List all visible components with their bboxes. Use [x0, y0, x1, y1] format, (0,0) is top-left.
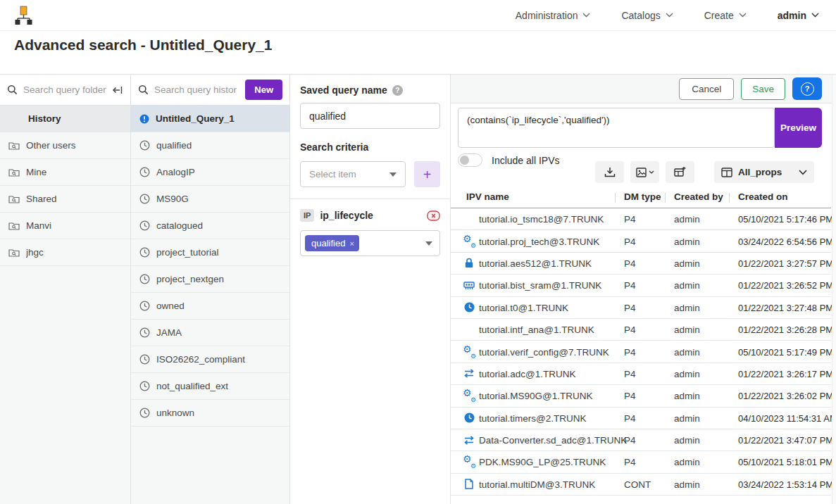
nav-administration[interactable]: Administration [516, 10, 591, 21]
created-by-cell: admin [674, 368, 700, 379]
history-item-project-tutorial[interactable]: project_tutorial [131, 239, 289, 266]
swap-arrows-icon [463, 434, 475, 446]
remove-criteria-icon[interactable] [427, 210, 440, 221]
table-columns-icon [721, 168, 732, 177]
add-column-button[interactable] [666, 161, 694, 183]
nav-create[interactable]: Create [704, 10, 747, 21]
folder-search-icon [8, 221, 20, 231]
folder-item-history[interactable]: History [0, 106, 130, 132]
saved-query-name-input[interactable] [300, 103, 440, 129]
ipv-name-cell: tutorial.timers@2.TRUNK [479, 412, 586, 423]
history-item-not-qualified-ext[interactable]: not_qualified_ext [131, 373, 289, 400]
created-by-cell: admin [674, 412, 700, 423]
table-row[interactable]: ⚙⚙ PDK.MS90G_LP@25.TRUNK P4 admin 05/10/… [451, 451, 831, 473]
help-hint-icon[interactable]: ? [392, 85, 403, 96]
history-item-catalogued[interactable]: catalogued [131, 213, 289, 239]
nav-user-admin[interactable]: admin [778, 10, 819, 21]
folder-item-other-users[interactable]: Other users [0, 132, 130, 159]
table-row[interactable]: tutorial.timers@2.TRUNK P4 admin 04/10/2… [451, 408, 831, 429]
image-icon [636, 168, 647, 177]
history-item-owned[interactable]: owned [131, 293, 289, 320]
table-add-icon [674, 167, 686, 177]
props-dropdown[interactable]: All_props [714, 161, 814, 183]
dm-type-cell: P4 [624, 214, 636, 225]
table-row[interactable]: ⚙⚙ tutorial.verif_config@7.TRUNK P4 admi… [451, 341, 831, 363]
question-mark-icon: ? [801, 82, 814, 96]
table-row[interactable]: tutorial.multiDM@3.TRUNK CONT admin 03/2… [451, 474, 831, 496]
clock-icon [139, 381, 150, 391]
document-icon [463, 478, 475, 491]
created-on-cell: 01/22/2021 3:26:28 PM [738, 325, 833, 335]
saved-query-name-label: Saved query name [300, 84, 387, 96]
cancel-button[interactable]: Cancel [679, 78, 734, 100]
folder-item-shared[interactable]: Shared [0, 186, 130, 213]
download-button[interactable] [595, 161, 624, 183]
history-item-unknown[interactable]: unknown [131, 400, 289, 427]
value-chip: qualified × [305, 235, 359, 251]
app-logo-hierarchy-icon[interactable] [14, 6, 32, 25]
folders-search-input[interactable] [23, 84, 106, 95]
clock-icon [139, 408, 150, 418]
dm-type-cell: P4 [624, 302, 636, 313]
criteria-select[interactable]: Select item [300, 161, 406, 187]
column-header-created-on[interactable]: Created on [738, 191, 788, 202]
new-query-button[interactable]: New [245, 80, 282, 100]
history-item-project-nextgen[interactable]: project_nextgen [131, 266, 289, 293]
table-row[interactable]: tutorial.t0@1.TRUNK P4 admin 01/22/2021 … [451, 297, 831, 319]
query-expression-box[interactable]: (contains(`ip_lifecycle`,'qualified')) [458, 108, 775, 148]
clock-icon [139, 274, 150, 284]
table-row[interactable]: tutorial.intf_ana@1.TRUNK P4 admin 01/22… [451, 319, 831, 341]
folder-item-mine[interactable]: Mine [0, 159, 130, 186]
history-item-qualified[interactable]: qualified [131, 132, 289, 159]
table-row[interactable]: tutorial.bist_sram@1.TRUNK P4 admin 01/2… [451, 275, 831, 296]
preview-button[interactable]: Preview [775, 108, 822, 148]
history-item-label: owned [156, 301, 185, 311]
ipv-name-cell: PDK.MS90G_LP@25.TRUNK [479, 457, 606, 467]
chip-remove-icon[interactable]: × [349, 239, 354, 248]
nav-catalogs[interactable]: Catalogs [621, 10, 673, 21]
search-criteria-label: Search criteria [300, 141, 368, 153]
history-item-label: unknown [156, 408, 194, 418]
folder-item-manvi[interactable]: Manvi [0, 213, 130, 239]
table-row[interactable]: Data-Converter.sd_adc@1.TRUNK P4 admin 0… [451, 429, 831, 451]
nav-user-label: admin [778, 10, 806, 21]
folder-search-icon [8, 141, 20, 151]
created-on-cell: 05/10/2021 5:18:01 PM [738, 457, 833, 467]
folder-search-icon [8, 168, 20, 177]
scrollbar[interactable] [832, 75, 836, 504]
table-row[interactable]: ⚙⚙ tutorial.proj_tech@3.TRUNK P4 admin 0… [451, 230, 831, 252]
image-view-button[interactable] [630, 161, 659, 183]
save-button[interactable]: Save [741, 78, 785, 100]
include-all-ipvs-toggle[interactable] [458, 153, 482, 167]
created-on-cell: 01/22/2021 3:26:02 PM [738, 391, 833, 401]
column-header-created-by[interactable]: Created by [674, 191, 723, 202]
clock-icon [139, 140, 150, 151]
collapse-panel-icon[interactable] [112, 85, 123, 95]
table-row[interactable]: tutorial.io_tsmc18@7.TRUNK P4 admin 05/1… [451, 208, 831, 230]
history-item-label: project_tutorial [156, 247, 219, 258]
toggle-knob [460, 156, 469, 165]
nav-menu: Administration Catalogs Create admin [516, 10, 836, 21]
clock-filled-icon [463, 412, 475, 424]
criteria-value-select[interactable]: qualified × [300, 230, 440, 256]
history-item-jama[interactable]: JAMA [131, 320, 289, 346]
table-row[interactable]: tutorial.adc@1.TRUNK P4 admin 01/22/2021… [451, 363, 831, 385]
table-row[interactable]: ⚙⚙ tutorial.MS90G@1.TRUNK P4 admin 01/22… [451, 385, 831, 407]
created-by-cell: admin [674, 214, 700, 225]
column-header-ipv-name[interactable]: IPV name [466, 191, 509, 202]
clock-icon [139, 327, 150, 338]
dm-type-cell: P4 [624, 258, 636, 268]
history-search-input[interactable] [154, 84, 237, 95]
add-criteria-button[interactable]: + [414, 161, 440, 187]
column-header-dm-type[interactable]: DM type [624, 191, 661, 202]
history-item-untitled-query[interactable]: Untitled_Query_1 [131, 106, 289, 132]
ipv-name-cell: tutorial.MS90G@1.TRUNK [479, 391, 593, 401]
history-item-iso26262[interactable]: ISO26262_compliant [131, 346, 289, 373]
history-item-analogip[interactable]: AnalogIP [131, 159, 289, 186]
help-button[interactable]: ? [792, 77, 822, 100]
history-item-ms90g[interactable]: MS90G [131, 186, 289, 213]
folder-item-jhgc[interactable]: jhgc [0, 239, 130, 266]
memory-icon [463, 279, 475, 291]
history-item-label: not_qualified_ext [156, 381, 228, 391]
table-row[interactable]: tutorial.aes512@1.TRUNK P4 admin 01/22/2… [451, 253, 831, 275]
